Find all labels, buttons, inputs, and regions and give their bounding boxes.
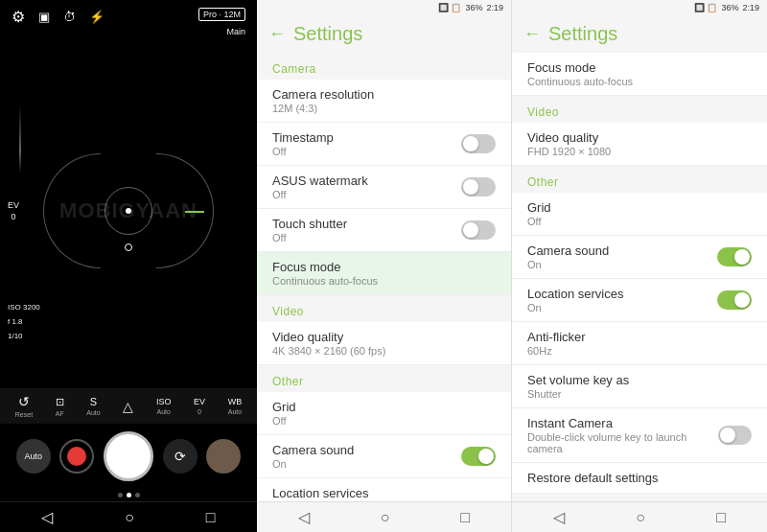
touch-shutter-toggle[interactable] <box>461 220 496 240</box>
settings-content-1: Camera Camera resolution 12M (4:3) Times… <box>257 53 511 501</box>
status-time-1: 2:19 <box>486 3 503 12</box>
flip-camera-button[interactable]: ⟳ <box>163 439 198 474</box>
section-video-2: Video <box>512 96 767 123</box>
shutter-button[interactable] <box>104 431 153 481</box>
back-nav-1[interactable]: ◁ <box>298 508 310 526</box>
recents-nav-button[interactable]: □ <box>206 509 216 526</box>
dot-1 <box>118 493 123 497</box>
focus-line <box>185 211 204 213</box>
timer-icon[interactable]: ⏱ <box>63 10 76 24</box>
battery-percent-1: 36% <box>465 3 482 12</box>
setting-grid-2[interactable]: Grid Off <box>512 193 767 236</box>
setting-focus-mode-2[interactable]: Focus mode Continuous auto-focus <box>512 53 767 96</box>
home-nav-button[interactable]: ○ <box>125 509 134 526</box>
af-control[interactable]: ⊡ AF <box>56 396 64 417</box>
location-services-toggle[interactable] <box>717 290 752 310</box>
section-other: Other <box>257 365 511 392</box>
settings-icon[interactable]: ⚙ <box>12 8 25 26</box>
settings-bottom-nav-2: ◁ ○ □ <box>512 501 767 532</box>
ev-scale <box>19 104 21 220</box>
record-inner <box>67 447 86 466</box>
setting-camera-resolution[interactable]: Camera resolution 12M (4:3) <box>257 80 511 123</box>
flip-icon: ⟳ <box>174 449 186 464</box>
camera-controls-bar: ↺ Reset ⊡ AF S Auto △ ISO Auto EV 0 WB A… <box>0 388 257 424</box>
setting-camera-sound-2[interactable]: Camera sound On <box>512 236 767 279</box>
back-nav-button[interactable]: ◁ <box>41 508 53 526</box>
ev-label: EV 0 <box>8 200 19 221</box>
ev-control[interactable]: EV 0 <box>194 397 205 415</box>
setting-focus-mode[interactable]: Focus mode Continuous auto-focus <box>257 252 511 295</box>
iso-display: ISO 3200 <box>8 303 40 312</box>
setting-grid[interactable]: Grid Off <box>257 392 511 435</box>
setting-touch-shutter[interactable]: Touch shutter Off <box>257 209 511 252</box>
aperture-display: f 1.8 <box>8 317 23 326</box>
settings-panel-2: 🔲 📋 36% 2:19 ← Settings Focus mode Conti… <box>512 0 767 532</box>
setting-camera-sound[interactable]: Camera sound On <box>257 435 511 478</box>
section-camera: Camera <box>257 53 511 80</box>
setting-location-services-2[interactable]: Location services On <box>512 279 767 322</box>
back-arrow-1[interactable]: ← <box>268 24 286 44</box>
settings-header-1: ← Settings <box>257 15 511 53</box>
settings-header-2: ← Settings <box>512 15 767 53</box>
setting-instant-camera[interactable]: Instant Camera Double-click volume key t… <box>512 408 767 463</box>
setting-volume-key[interactable]: Set volume key as Shutter <box>512 365 767 408</box>
camera-sound-toggle-2[interactable] <box>717 247 752 266</box>
status-time-2: 2:19 <box>742 3 759 12</box>
dot-3 <box>135 493 140 497</box>
iso-control[interactable]: ISO Auto <box>156 397 172 415</box>
instant-camera-toggle[interactable] <box>718 426 752 445</box>
triangle-control[interactable]: △ <box>123 399 133 414</box>
status-icons-2: 🔲 📋 <box>694 3 718 12</box>
reset-control[interactable]: ↺ Reset <box>15 394 33 418</box>
flash-icon[interactable]: ⚡ <box>89 10 105 24</box>
camera-top-bar: ⚙ ▣ ⏱ ⚡ Pro · 12M Main <box>0 0 257 34</box>
camera-icons-left: ⚙ ▣ ⏱ ⚡ <box>12 8 105 26</box>
back-nav-2[interactable]: ◁ <box>553 508 565 526</box>
focus-circle-small <box>125 243 132 251</box>
settings-content-2: Focus mode Continuous auto-focus Video V… <box>512 53 767 501</box>
camera-sound-toggle[interactable] <box>461 447 496 466</box>
settings-title-2: Settings <box>548 23 617 45</box>
setting-timestamp[interactable]: Timestamp Off <box>257 123 511 166</box>
watermark-toggle[interactable] <box>461 177 496 197</box>
settings-panel-1: 🔲 📋 36% 2:19 ← Settings Camera Camera re… <box>257 0 512 532</box>
status-bar-1: 🔲 📋 36% 2:19 <box>257 0 511 15</box>
arc-left <box>43 153 101 268</box>
wb-control[interactable]: WB Auto <box>228 397 243 415</box>
back-arrow-2[interactable]: ← <box>523 24 541 44</box>
section-video: Video <box>257 295 511 322</box>
status-icons: 🔲 📋 <box>438 3 462 12</box>
settings-bottom-nav-1: ◁ ○ □ <box>257 501 511 532</box>
auto-mode-button[interactable]: Auto <box>16 439 51 474</box>
focus-circle <box>105 187 152 235</box>
setting-video-quality-2[interactable]: Video quality FHD 1920 × 1080 <box>512 123 767 166</box>
section-other-2: Other <box>512 166 767 193</box>
auto-control[interactable]: S Auto <box>86 396 100 416</box>
page-indicators <box>0 489 257 501</box>
dot-2 <box>127 493 131 497</box>
setting-restore-defaults[interactable]: Restore default settings <box>512 463 767 494</box>
camera-viewfinder: EV 0 ISO 3200 f 1.8 1/10 MOBIGYAAN <box>0 34 257 388</box>
settings-title-1: Settings <box>293 23 362 45</box>
home-nav-1[interactable]: ○ <box>381 509 390 526</box>
recents-nav-1[interactable]: □ <box>460 509 470 526</box>
gallery-button[interactable] <box>206 439 241 474</box>
battery-percent-2: 36% <box>721 3 738 12</box>
setting-video-quality[interactable]: Video quality 4K 3840 × 2160 (60 fps) <box>257 322 511 365</box>
pro-badge: Pro · 12M <box>198 8 245 21</box>
camera-bottom-nav: ◁ ○ □ <box>0 501 257 532</box>
grid-icon[interactable]: ▣ <box>38 10 50 24</box>
focus-dot <box>126 208 131 214</box>
shutter-display: 1/10 <box>8 332 23 340</box>
timestamp-toggle[interactable] <box>461 134 496 153</box>
setting-anti-flicker[interactable]: Anti-flicker 60Hz <box>512 322 767 365</box>
status-bar-2: 🔲 📋 36% 2:19 <box>512 0 767 15</box>
record-button[interactable] <box>59 439 94 474</box>
home-nav-2[interactable]: ○ <box>636 509 645 526</box>
recents-nav-2[interactable]: □ <box>716 509 726 526</box>
setting-asus-watermark[interactable]: ASUS watermark Off <box>257 166 511 209</box>
camera-shutter-bar: Auto ⟳ <box>0 424 257 489</box>
camera-panel: ⚙ ▣ ⏱ ⚡ Pro · 12M Main EV 0 ISO 3200 f 1… <box>0 0 257 532</box>
setting-location-services-partial[interactable]: Location services <box>257 478 511 501</box>
